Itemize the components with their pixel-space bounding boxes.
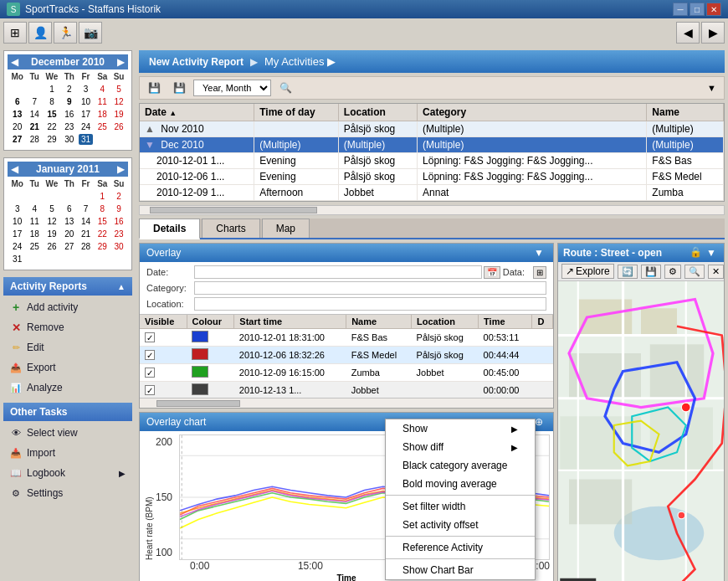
cal-day[interactable]: 28 [79, 241, 94, 252]
cal-day[interactable]: 14 [79, 216, 94, 227]
cal-day[interactable]: 16 [62, 109, 77, 120]
cal-day[interactable]: 20 [9, 121, 25, 132]
cal-day[interactable]: 19 [111, 109, 126, 120]
ctx-ref-activity[interactable]: Reference Activity [386, 538, 535, 557]
cal-day[interactable]: 31 [9, 254, 25, 265]
category-input[interactable] [194, 281, 546, 295]
cal-day[interactable]: 26 [44, 241, 60, 252]
user-button[interactable]: 👤 [28, 22, 52, 44]
activity-reports-header[interactable]: Activity Reports ▲ [3, 277, 132, 296]
cal-day[interactable]: 11 [95, 96, 110, 107]
cal-day[interactable]: 8 [95, 203, 110, 214]
cal-day[interactable]: 20 [62, 229, 77, 239]
cal-day[interactable] [9, 191, 25, 202]
map-dropdown-button[interactable]: ▼ [704, 246, 719, 260]
col-start-time[interactable]: Start time [234, 315, 346, 329]
tab-charts[interactable]: Charts [202, 219, 259, 238]
horizontal-scrollbar[interactable] [139, 205, 725, 215]
minimize-button[interactable]: ─ [673, 3, 688, 16]
map-settings-button[interactable]: ⚙ [664, 265, 681, 279]
col-location[interactable]: Location [412, 315, 479, 329]
cal-day[interactable]: 2 [111, 191, 126, 202]
overlay-scrollbar-thumb[interactable] [156, 400, 240, 407]
cal-day[interactable]: 25 [95, 121, 110, 132]
cal-day[interactable]: 30 [111, 241, 126, 252]
cal-day[interactable]: 29 [44, 134, 60, 145]
col-name[interactable]: Name [647, 104, 724, 121]
save2-button[interactable]: 💾 [168, 79, 190, 97]
location-input[interactable] [194, 297, 546, 311]
cal-day[interactable]: 21 [79, 229, 94, 239]
table-row[interactable]: 2010-12-01 1... Evening Pålsjö skog Löpn… [140, 153, 724, 169]
tab-map[interactable]: Map [262, 219, 310, 238]
visible-checkbox[interactable] [145, 368, 155, 378]
sidebar-item-import[interactable]: 📥 Import [3, 445, 132, 461]
sidebar-item-remove[interactable]: ✕ Remove [3, 319, 132, 336]
cal-day[interactable]: 7 [27, 96, 42, 107]
cal-day[interactable]: 5 [44, 203, 60, 214]
other-tasks-header[interactable]: Other Tasks [3, 403, 132, 421]
cal-day[interactable]: 29 [95, 241, 110, 252]
map-body[interactable]: 1 km Helsinabo [558, 281, 724, 581]
cal-day[interactable]: 10 [79, 96, 94, 107]
cal-day[interactable]: 14 [27, 109, 42, 120]
ctx-bold-avg[interactable]: Bold moving average [386, 475, 535, 493]
cal-day[interactable]: 18 [27, 229, 42, 239]
cal-day[interactable]: 12 [44, 216, 60, 227]
period-dropdown[interactable]: Year, Month Year Month [193, 80, 271, 96]
ctx-show-diff[interactable]: Show diff ▶ [386, 438, 535, 456]
close-button[interactable]: ✕ [706, 3, 721, 16]
cal-day[interactable]: 6 [62, 203, 77, 214]
ctx-show[interactable]: Show ▶ [386, 419, 535, 438]
cal-day[interactable]: 30 [62, 134, 77, 145]
cal-day[interactable]: 17 [9, 229, 25, 239]
maximize-button[interactable]: □ [690, 3, 705, 16]
map-refresh-button[interactable]: 🔄 [618, 265, 638, 279]
cal-day[interactable]: 18 [95, 109, 110, 120]
cal-day[interactable]: 15 [95, 216, 110, 227]
date-picker-button[interactable]: 📅 [484, 266, 500, 279]
sidebar-item-export[interactable]: 📤 Export [3, 359, 132, 376]
col-d[interactable]: D [532, 315, 553, 329]
cal-day[interactable]: 5 [111, 84, 126, 95]
cal-prev-button[interactable]: ◀ [11, 56, 18, 68]
ctx-filter-width[interactable]: Set filter width [386, 497, 535, 516]
cal-day[interactable] [79, 191, 94, 202]
sidebar-item-analyze[interactable]: 📊 Analyze [3, 379, 132, 396]
activity-button[interactable]: 🏃 [54, 22, 77, 44]
grid-view-button[interactable]: ⊞ [3, 22, 27, 44]
cal-day[interactable]: 27 [62, 241, 77, 252]
cal-day[interactable]: 28 [27, 134, 42, 145]
search-button[interactable]: 🔍 [274, 79, 296, 97]
ctx-show-chart-bar[interactable]: Show Chart Bar [386, 561, 535, 579]
cal-day[interactable]: 26 [111, 121, 126, 132]
cal-day[interactable] [111, 254, 126, 265]
cal-day[interactable]: 10 [9, 216, 25, 227]
cal-day[interactable]: 3 [9, 203, 25, 214]
sidebar-item-add-activity[interactable]: + Add activity [3, 299, 132, 316]
map-close-button[interactable]: ✕ [708, 265, 724, 279]
table-row[interactable]: ▼ Dec 2010 (Multiple) (Multiple) (Multip… [140, 137, 724, 153]
cal-day[interactable]: 13 [9, 109, 25, 120]
overlay-dropdown-button[interactable]: ▼ [531, 246, 546, 260]
sidebar-item-edit[interactable]: ✏ Edit [3, 339, 132, 356]
ctx-activity-offset[interactable]: Set activity offset [386, 516, 535, 534]
cal-day[interactable]: 2 [62, 84, 77, 95]
date-input[interactable] [194, 265, 482, 279]
sidebar-item-logbook[interactable]: 📖 Logbook ▶ [3, 465, 132, 481]
visible-checkbox[interactable] [145, 332, 155, 342]
map-save-button[interactable]: 💾 [641, 265, 661, 279]
col-time[interactable]: Time [479, 315, 532, 329]
cal-day[interactable] [27, 254, 42, 265]
sidebar-item-select-view[interactable]: 👁 Select view [3, 424, 132, 441]
col-location[interactable]: Location [338, 104, 417, 121]
cal-day[interactable] [9, 84, 25, 95]
cal-day[interactable]: 24 [9, 241, 25, 252]
cal-day[interactable]: 9 [111, 203, 126, 214]
cal-next-button[interactable]: ▶ [117, 56, 125, 68]
cal-day[interactable]: 25 [27, 241, 42, 252]
cal-day[interactable] [95, 134, 110, 145]
cal-day[interactable] [62, 254, 77, 265]
cal-day[interactable]: 1 [95, 191, 110, 202]
overlay-table-row[interactable]: 2010-12-01 18:31:00 F&S Bas Pålsjö skog … [140, 329, 553, 347]
